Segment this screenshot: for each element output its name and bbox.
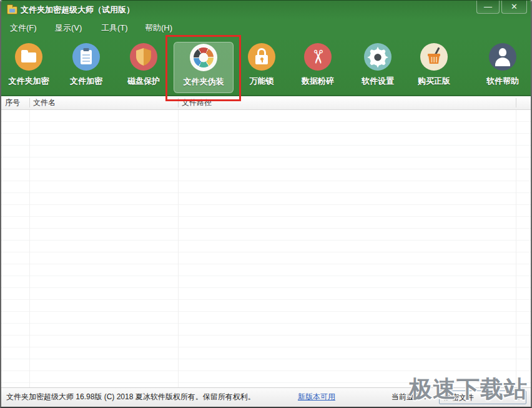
copyright-text: 文件夹加密超级大师 16.98版 (C) 2018 夏冰软件版权所有。保留所有权… [6, 388, 255, 406]
basket-icon [420, 43, 448, 71]
current-display-label: 当前显示： [392, 388, 429, 406]
status-bar: 文件夹加密超级大师 16.98版 (C) 2018 夏冰软件版权所有。保留所有权… [1, 387, 531, 407]
menu-file[interactable]: 文件(F) [10, 19, 37, 37]
shield-icon [130, 43, 157, 71]
menu-bar: 文件(F) 显示(V) 工具(T) 帮助(H) [1, 19, 531, 37]
column-header-index[interactable]: 序号 [1, 96, 29, 109]
column-divider[interactable] [29, 98, 30, 107]
padlock-icon [248, 43, 275, 71]
column-divider[interactable] [178, 98, 179, 107]
app-window: 文件夹加密超级大师（试用版） — ✕ 文件(F) 显示(V) 工具(T) 帮助(… [0, 0, 532, 408]
file-list[interactable] [1, 110, 531, 387]
color-wheel-icon [190, 44, 217, 71]
menu-help[interactable]: 帮助(H) [145, 19, 172, 37]
person-icon [489, 43, 516, 71]
column-gridline [29, 110, 30, 387]
chevron-down-icon[interactable] [516, 397, 521, 400]
toolbar: 文件夹加密 文件加密 磁盘保护 文件夹伪装 万能锁 [1, 37, 531, 96]
toolbar-item-disk-protect[interactable]: 磁盘保护 [114, 42, 174, 93]
scissors-icon: ✂ [304, 43, 332, 71]
toolbar-item-help[interactable]: 软件帮助 [473, 42, 532, 93]
column-gridline [516, 110, 516, 387]
folder-icon [15, 43, 42, 71]
toolbar-item-file-encrypt[interactable]: 文件加密 [56, 42, 116, 93]
toolbar-item-buy-genuine[interactable]: 购买正版 [404, 42, 464, 93]
toolbar-item-data-shred[interactable]: ✂ 数据粉碎 [288, 42, 348, 93]
minimize-button[interactable]: — [476, 1, 500, 14]
app-folder-icon [7, 6, 17, 14]
column-divider[interactable] [516, 98, 516, 107]
display-filter-dropdown[interactable]: 加密文件 [439, 391, 526, 404]
menu-tools[interactable]: 工具(T) [101, 19, 128, 37]
file-list-header: 序号 文件名 文件路径 [1, 96, 531, 110]
clipboard-icon [72, 43, 100, 71]
toolbar-item-settings[interactable]: 软件设置 [348, 42, 408, 93]
menu-view[interactable]: 显示(V) [55, 19, 82, 37]
display-filter-value: 加密文件 [444, 393, 474, 402]
toolbar-item-folder-disguise[interactable]: 文件夹伪装 [174, 42, 234, 93]
toolbar-item-folder-encrypt[interactable]: 文件夹加密 [0, 42, 59, 93]
column-header-filename[interactable]: 文件名 [29, 96, 178, 109]
new-version-link[interactable]: 新版本可用 [298, 388, 335, 406]
column-header-filepath[interactable]: 文件路径 [178, 96, 516, 109]
gear-icon [364, 43, 392, 71]
window-title: 文件夹加密超级大师（试用版） [21, 1, 134, 19]
close-button[interactable]: ✕ [501, 1, 527, 14]
title-bar: 文件夹加密超级大师（试用版） — ✕ [1, 1, 531, 19]
toolbar-item-universal-lock[interactable]: 万能锁 [232, 42, 292, 93]
column-gridline [178, 110, 179, 387]
